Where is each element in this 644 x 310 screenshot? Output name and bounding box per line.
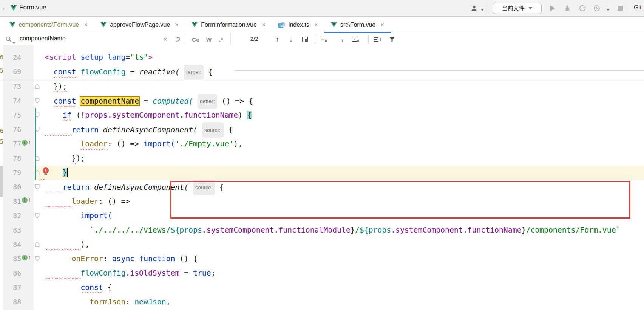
editor[interactable]: 24<script setup lang="ts">69 const flowC… bbox=[0, 45, 644, 310]
vcs-change-bar bbox=[35, 108, 36, 180]
multiline-toggle[interactable]: I bbox=[374, 35, 381, 44]
code-text: const flowConfig = reactive( target: { bbox=[45, 65, 213, 79]
code-line-88[interactable]: 88 formJson: newJson, bbox=[0, 295, 644, 309]
code-line-87[interactable]: 87 const { bbox=[0, 281, 644, 295]
code-line-75[interactable]: 75 if (!props.systemComponent.functionNa… bbox=[0, 108, 644, 122]
implemented-marker-icon[interactable]: I↑ bbox=[22, 140, 31, 146]
vue-file-icon bbox=[331, 22, 337, 28]
implemented-marker-icon[interactable]: I↑ bbox=[22, 197, 31, 203]
profiler-caret-icon[interactable] bbox=[604, 5, 613, 14]
tab-label: src\Form.vue bbox=[340, 22, 375, 28]
tab-label: components\Form.vue bbox=[19, 22, 79, 28]
search-divider bbox=[316, 35, 316, 44]
row-background bbox=[34, 79, 644, 94]
find-bar: componentName × Cc W .* 2/2 ↑ ↓ +II −II … bbox=[0, 33, 644, 45]
line-number: 84 bbox=[4, 237, 21, 252]
words-toggle[interactable]: W bbox=[206, 35, 212, 44]
code-line-79[interactable]: 79! } bbox=[0, 166, 644, 180]
code-line-24[interactable]: 24<script setup lang="ts"> bbox=[0, 50, 644, 65]
title-bar: › Form.vue 当前文件 bbox=[0, 0, 644, 17]
line-number: 86 bbox=[4, 266, 21, 281]
fold-marker-icon[interactable] bbox=[35, 213, 40, 219]
run-config-dropdown[interactable]: 当前文件 bbox=[493, 3, 542, 14]
tab-src-form-vue[interactable]: src\Form.vue× bbox=[324, 17, 391, 33]
tab-bar: components\Form.vue×approveFlowPage.vue×… bbox=[0, 17, 644, 33]
fold-marker-icon[interactable] bbox=[35, 84, 40, 89]
tab-label: approveFlowPage.vue bbox=[110, 22, 170, 28]
tab-components-form-vue[interactable]: components\Form.vue× bbox=[3, 17, 94, 33]
select-all-occurrences-button[interactable]: ✓II bbox=[352, 35, 360, 44]
vue-file-icon bbox=[9, 22, 15, 28]
search-input[interactable]: componentName bbox=[20, 35, 66, 42]
code-line-85[interactable]: 85I↑ onError: async function () { bbox=[0, 252, 644, 266]
row-background bbox=[34, 281, 644, 295]
filter-icon[interactable] bbox=[389, 35, 395, 44]
remove-occurrence-button[interactable]: −II bbox=[337, 35, 343, 44]
annotation-red-box bbox=[170, 181, 630, 219]
code-line-69[interactable]: 69 const flowConfig = reactive( target: … bbox=[0, 65, 644, 79]
tab-forminformation-vue[interactable]: FormInformation.vue× bbox=[185, 17, 272, 33]
fold-marker-icon[interactable] bbox=[35, 184, 40, 190]
line-number: 87 bbox=[4, 281, 21, 295]
code-text: }); bbox=[45, 151, 85, 166]
text-caret bbox=[67, 168, 68, 177]
search-icon[interactable] bbox=[5, 35, 12, 44]
row-background bbox=[34, 166, 644, 180]
sticky-rows: 24<script setup lang="ts">69 const flowC… bbox=[0, 50, 644, 79]
close-icon[interactable]: × bbox=[380, 21, 384, 29]
tab-index-ts[interactable]: TSindex.ts× bbox=[272, 17, 324, 33]
code-text: onError: async function () { bbox=[45, 252, 198, 266]
fold-marker-icon[interactable] bbox=[35, 242, 40, 247]
fold-marker-icon[interactable] bbox=[35, 256, 40, 262]
play-icon[interactable] bbox=[548, 4, 557, 13]
code-text: `./../../../views/${props.systemComponen… bbox=[45, 223, 620, 237]
code-line-83[interactable]: 83 `./../../../views/${props.systemCompo… bbox=[0, 223, 644, 237]
implemented-marker-icon[interactable]: I↑ bbox=[22, 254, 31, 260]
debug-bug-icon[interactable] bbox=[563, 4, 572, 13]
prev-occurrence-button[interactable]: ↑ bbox=[276, 35, 279, 44]
run-config-caret-icon bbox=[528, 7, 532, 9]
next-occurrence-button[interactable]: ↓ bbox=[289, 35, 293, 44]
match-case-toggle[interactable]: Cc bbox=[192, 35, 199, 44]
code-text: return defineAsyncComponent( source: { bbox=[45, 122, 233, 137]
profiler-clock-icon[interactable] bbox=[592, 4, 601, 13]
line-number: 81 bbox=[4, 194, 21, 209]
coverage-icon[interactable] bbox=[578, 4, 587, 13]
tab-label: FormInformation.vue bbox=[201, 22, 257, 28]
vue-file-icon bbox=[100, 22, 107, 28]
close-icon[interactable]: × bbox=[314, 21, 318, 29]
left-edge-clipped-digit: 6 bbox=[0, 128, 3, 135]
history-icon[interactable] bbox=[175, 35, 181, 44]
open-in-find-window-button[interactable] bbox=[302, 35, 308, 44]
clear-icon[interactable]: × bbox=[163, 35, 167, 44]
code-line-76[interactable]: 76 return defineAsyncComponent( source: … bbox=[0, 122, 644, 137]
code-line-73[interactable]: 73 }); bbox=[0, 79, 644, 94]
typescript-file-icon: TS bbox=[278, 22, 285, 28]
code-text: }); bbox=[45, 79, 67, 94]
close-icon[interactable]: × bbox=[84, 21, 88, 29]
code-line-74[interactable]: 74 const componentName = computed( gette… bbox=[0, 94, 644, 108]
code-line-77[interactable]: 77I↑ loader: () => import('./Empty.vue')… bbox=[0, 137, 644, 151]
row-background bbox=[34, 151, 644, 166]
git-widget[interactable]: Git bbox=[634, 4, 641, 11]
user-icon[interactable] bbox=[469, 4, 479, 13]
code-text: const { bbox=[45, 281, 112, 295]
add-occurrence-button[interactable]: +II bbox=[321, 35, 327, 44]
close-icon[interactable]: × bbox=[175, 21, 179, 29]
left-edge-clipped-digit: 5 bbox=[0, 138, 3, 145]
code-line-84[interactable]: 84 ), bbox=[0, 237, 644, 252]
toolbar-divider bbox=[488, 3, 488, 14]
regex-toggle[interactable]: .* bbox=[219, 35, 223, 44]
code-line-86[interactable]: 86 flowConfig.isOldSystem = true; bbox=[0, 266, 644, 281]
close-icon[interactable]: × bbox=[262, 21, 266, 29]
search-divider bbox=[187, 35, 187, 44]
user-dropdown-caret-icon[interactable] bbox=[478, 5, 487, 14]
tab-approveflowpage-vue[interactable]: approveFlowPage.vue× bbox=[94, 17, 185, 33]
stop-icon[interactable] bbox=[616, 4, 625, 13]
code-text: <script setup lang="ts"> bbox=[45, 50, 153, 65]
fold-marker-icon[interactable] bbox=[35, 98, 40, 104]
vue-file-icon bbox=[192, 22, 198, 28]
code-line-78[interactable]: 78 }); bbox=[0, 151, 644, 166]
left-edge-scroll-fragment bbox=[0, 166, 3, 197]
left-edge-clipped-digit: 5 bbox=[0, 67, 3, 74]
